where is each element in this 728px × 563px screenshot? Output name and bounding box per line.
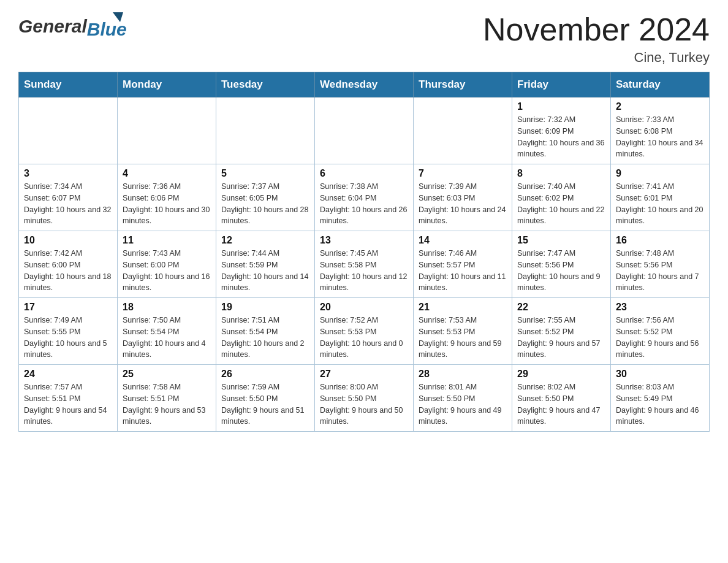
day-number: 4: [123, 168, 211, 179]
day-number: 7: [419, 168, 507, 179]
day-number: 24: [24, 369, 112, 380]
calendar-cell-week5-day4: 28Sunrise: 8:01 AM Sunset: 5:50 PM Dayli…: [414, 365, 512, 432]
week-row-4: 17Sunrise: 7:49 AM Sunset: 5:55 PM Dayli…: [19, 298, 710, 365]
day-number: 19: [221, 302, 309, 313]
day-number: 22: [517, 302, 605, 313]
day-info: Sunrise: 7:52 AM Sunset: 5:53 PM Dayligh…: [320, 315, 408, 361]
col-sunday: Sunday: [19, 72, 118, 98]
day-number: 3: [24, 168, 112, 179]
day-number: 30: [616, 369, 704, 380]
week-row-5: 24Sunrise: 7:57 AM Sunset: 5:51 PM Dayli…: [19, 365, 710, 432]
day-number: 15: [517, 235, 605, 246]
week-row-2: 3Sunrise: 7:34 AM Sunset: 6:07 PM Daylig…: [19, 164, 710, 231]
calendar-cell-week4-day5: 22Sunrise: 7:55 AM Sunset: 5:52 PM Dayli…: [512, 298, 611, 365]
day-number: 25: [123, 369, 211, 380]
calendar-cell-week4-day3: 20Sunrise: 7:52 AM Sunset: 5:53 PM Dayli…: [315, 298, 414, 365]
day-number: 11: [123, 235, 211, 246]
day-info: Sunrise: 7:32 AM Sunset: 6:09 PM Dayligh…: [517, 114, 605, 160]
calendar-cell-week5-day3: 27Sunrise: 8:00 AM Sunset: 5:50 PM Dayli…: [315, 365, 414, 432]
day-info: Sunrise: 7:48 AM Sunset: 5:56 PM Dayligh…: [616, 248, 704, 294]
day-number: 8: [517, 168, 605, 179]
calendar-cell-week3-day0: 10Sunrise: 7:42 AM Sunset: 6:00 PM Dayli…: [19, 231, 118, 298]
calendar-cell-week1-day5: 1Sunrise: 7:32 AM Sunset: 6:09 PM Daylig…: [512, 98, 611, 164]
logo-general-text: General: [18, 16, 87, 37]
day-info: Sunrise: 7:33 AM Sunset: 6:08 PM Dayligh…: [616, 114, 704, 160]
calendar-table: Sunday Monday Tuesday Wednesday Thursday…: [18, 72, 710, 432]
col-thursday: Thursday: [414, 72, 512, 98]
day-info: Sunrise: 7:42 AM Sunset: 6:00 PM Dayligh…: [24, 248, 112, 294]
logo-blue-section: Blue: [87, 12, 127, 40]
calendar-cell-week2-day0: 3Sunrise: 7:34 AM Sunset: 6:07 PM Daylig…: [19, 164, 118, 231]
day-number: 10: [24, 235, 112, 246]
calendar-cell-week4-day2: 19Sunrise: 7:51 AM Sunset: 5:54 PM Dayli…: [216, 298, 315, 365]
calendar-cell-week2-day6: 9Sunrise: 7:41 AM Sunset: 6:01 PM Daylig…: [611, 164, 710, 231]
calendar-cell-week5-day5: 29Sunrise: 8:02 AM Sunset: 5:50 PM Dayli…: [512, 365, 611, 432]
calendar-cell-week1-day4: [414, 98, 512, 164]
calendar-cell-week1-day3: [315, 98, 414, 164]
day-info: Sunrise: 7:59 AM Sunset: 5:50 PM Dayligh…: [221, 381, 309, 427]
day-info: Sunrise: 7:39 AM Sunset: 6:03 PM Dayligh…: [419, 181, 507, 227]
day-info: Sunrise: 7:37 AM Sunset: 6:05 PM Dayligh…: [221, 181, 309, 227]
day-number: 6: [320, 168, 408, 179]
day-info: Sunrise: 7:53 AM Sunset: 5:53 PM Dayligh…: [419, 315, 507, 361]
day-number: 14: [419, 235, 507, 246]
day-number: 29: [517, 369, 605, 380]
day-number: 17: [24, 302, 112, 313]
day-info: Sunrise: 7:41 AM Sunset: 6:01 PM Dayligh…: [616, 181, 704, 227]
day-number: 18: [123, 302, 211, 313]
calendar-cell-week4-day6: 23Sunrise: 7:56 AM Sunset: 5:52 PM Dayli…: [611, 298, 710, 365]
day-number: 28: [419, 369, 507, 380]
calendar-cell-week3-day1: 11Sunrise: 7:43 AM Sunset: 6:00 PM Dayli…: [118, 231, 216, 298]
day-number: 20: [320, 302, 408, 313]
day-number: 26: [221, 369, 309, 380]
day-info: Sunrise: 7:43 AM Sunset: 6:00 PM Dayligh…: [123, 248, 211, 294]
calendar-cell-week3-day2: 12Sunrise: 7:44 AM Sunset: 5:59 PM Dayli…: [216, 231, 315, 298]
calendar-cell-week5-day6: 30Sunrise: 8:03 AM Sunset: 5:49 PM Dayli…: [611, 365, 710, 432]
calendar-cell-week1-day0: [19, 98, 118, 164]
calendar-cell-week2-day4: 7Sunrise: 7:39 AM Sunset: 6:03 PM Daylig…: [414, 164, 512, 231]
day-number: 27: [320, 369, 408, 380]
calendar-cell-week3-day5: 15Sunrise: 7:47 AM Sunset: 5:56 PM Dayli…: [512, 231, 611, 298]
day-info: Sunrise: 7:58 AM Sunset: 5:51 PM Dayligh…: [123, 381, 211, 427]
calendar-cell-week3-day4: 14Sunrise: 7:46 AM Sunset: 5:57 PM Dayli…: [414, 231, 512, 298]
day-info: Sunrise: 7:46 AM Sunset: 5:57 PM Dayligh…: [419, 248, 507, 294]
calendar-cell-week3-day3: 13Sunrise: 7:45 AM Sunset: 5:58 PM Dayli…: [315, 231, 414, 298]
day-info: Sunrise: 7:50 AM Sunset: 5:54 PM Dayligh…: [123, 315, 211, 361]
col-friday: Friday: [512, 72, 611, 98]
day-info: Sunrise: 8:00 AM Sunset: 5:50 PM Dayligh…: [320, 381, 408, 427]
day-info: Sunrise: 8:02 AM Sunset: 5:50 PM Dayligh…: [517, 381, 605, 427]
calendar-cell-week2-day3: 6Sunrise: 7:38 AM Sunset: 6:04 PM Daylig…: [315, 164, 414, 231]
day-info: Sunrise: 8:03 AM Sunset: 5:49 PM Dayligh…: [616, 381, 704, 427]
col-saturday: Saturday: [611, 72, 710, 98]
calendar-cell-week4-day1: 18Sunrise: 7:50 AM Sunset: 5:54 PM Dayli…: [118, 298, 216, 365]
day-info: Sunrise: 7:34 AM Sunset: 6:07 PM Dayligh…: [24, 181, 112, 227]
col-tuesday: Tuesday: [216, 72, 315, 98]
calendar-cell-week2-day5: 8Sunrise: 7:40 AM Sunset: 6:02 PM Daylig…: [512, 164, 611, 231]
day-number: 1: [517, 101, 605, 112]
calendar-cell-week1-day1: [118, 98, 216, 164]
day-info: Sunrise: 8:01 AM Sunset: 5:50 PM Dayligh…: [419, 381, 507, 427]
day-number: 16: [616, 235, 704, 246]
location: Cine, Turkey: [483, 50, 710, 66]
day-number: 21: [419, 302, 507, 313]
day-info: Sunrise: 7:55 AM Sunset: 5:52 PM Dayligh…: [517, 315, 605, 361]
day-info: Sunrise: 7:56 AM Sunset: 5:52 PM Dayligh…: [616, 315, 704, 361]
page-header: General Blue November 2024 Cine, Turkey: [18, 12, 710, 66]
day-info: Sunrise: 7:51 AM Sunset: 5:54 PM Dayligh…: [221, 315, 309, 361]
calendar-cell-week5-day1: 25Sunrise: 7:58 AM Sunset: 5:51 PM Dayli…: [118, 365, 216, 432]
title-block: November 2024 Cine, Turkey: [483, 12, 710, 66]
calendar-cell-week4-day4: 21Sunrise: 7:53 AM Sunset: 5:53 PM Dayli…: [414, 298, 512, 365]
day-number: 12: [221, 235, 309, 246]
day-info: Sunrise: 7:45 AM Sunset: 5:58 PM Dayligh…: [320, 248, 408, 294]
calendar-cell-week2-day1: 4Sunrise: 7:36 AM Sunset: 6:06 PM Daylig…: [118, 164, 216, 231]
week-row-1: 1Sunrise: 7:32 AM Sunset: 6:09 PM Daylig…: [19, 98, 710, 164]
day-number: 5: [221, 168, 309, 179]
day-info: Sunrise: 7:40 AM Sunset: 6:02 PM Dayligh…: [517, 181, 605, 227]
day-number: 2: [616, 101, 704, 112]
calendar-header-row: Sunday Monday Tuesday Wednesday Thursday…: [19, 72, 710, 98]
logo: General Blue: [18, 12, 127, 40]
calendar-cell-week3-day6: 16Sunrise: 7:48 AM Sunset: 5:56 PM Dayli…: [611, 231, 710, 298]
day-number: 13: [320, 235, 408, 246]
col-monday: Monday: [118, 72, 216, 98]
day-info: Sunrise: 7:47 AM Sunset: 5:56 PM Dayligh…: [517, 248, 605, 294]
